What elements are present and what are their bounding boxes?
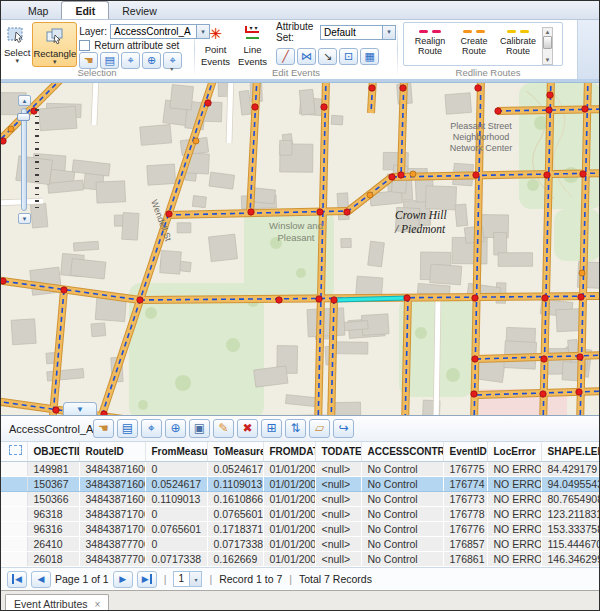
point-event-marker[interactable] [400,85,406,91]
table-cell[interactable]: 150366 [27,491,79,506]
column-header-tomeasure[interactable]: ToMeasure [207,442,263,461]
table-cell[interactable]: 0.1109013 [145,491,207,506]
street[interactable] [436,301,438,415]
table-cell[interactable]: 150367 [27,476,79,491]
save-edits-button[interactable]: ▣ [189,419,210,438]
table-cell[interactable]: NO ERROR [487,491,541,506]
table-cell[interactable]: 80.7654908 [541,491,599,506]
point-event-marker[interactable] [546,107,552,113]
point-event-marker[interactable] [389,174,395,180]
point-event-marker[interactable] [369,85,375,91]
table-cell[interactable]: 84.429179 [541,461,599,476]
table-cell[interactable]: 176773 [443,491,487,506]
table-cell[interactable]: 146.3462991 [541,551,599,566]
point-event-marker[interactable] [248,209,254,215]
table-cell[interactable]: 176778 [443,506,487,521]
point-events-button[interactable]: ✳ Point Events [198,22,233,67]
point-event-marker[interactable] [578,294,584,300]
table-cell[interactable]: 96316 [27,521,79,536]
pan-to-selected-button[interactable]: ⊕ [165,419,186,438]
column-header-frommeasure[interactable]: FromMeasure [145,442,207,461]
attribute-grid[interactable]: OBJECTIDRouteIDFromMeasureToMeasureFROMD… [1,442,599,567]
map-zoom-slider[interactable]: ▲ ▼ [16,95,46,227]
point-event-marker[interactable] [1,138,6,144]
select-tool-button[interactable]: Select ▾ [4,22,30,67]
row-selector[interactable] [1,506,27,521]
column-header-fromdate[interactable]: FROMDATE [263,442,315,461]
selection-list-button[interactable]: ▤ [100,52,119,69]
table-cell[interactable]: 34843877700 [79,536,145,551]
zoom-slider-thumb[interactable] [17,113,30,121]
street[interactable] [94,83,96,125]
merge-events-button[interactable]: ⋈ [297,48,316,65]
table-cell[interactable]: 34843871700 [79,506,145,521]
table-cell[interactable]: 94.0495543 [541,476,599,491]
table-cell[interactable]: 0.1718371 [207,521,263,536]
point-event-marker[interactable] [101,411,107,415]
table-cell[interactable]: 26410 [27,536,79,551]
redline-route-button[interactable]: Realign Route [408,27,452,56]
delete-records-button[interactable]: ✖ [237,419,258,438]
table-row[interactable]: 96316348438717000.07656010.171837101/01/… [1,521,599,536]
table-cell[interactable]: 0 [145,536,207,551]
row-selector[interactable] [1,476,27,491]
rectangle-tool-button[interactable]: Rectangle ▾ [32,22,77,67]
table-cell[interactable]: 0.0524617 [207,461,263,476]
table-cell[interactable]: NO ERROR [487,506,541,521]
show-selected-button[interactable]: ▤ [117,419,138,438]
point-event-marker[interactable] [331,297,337,303]
point-event-marker[interactable] [166,211,172,217]
table-cell[interactable]: 149981 [27,461,79,476]
split-event-button[interactable]: ╱ [276,48,295,65]
table-cell[interactable]: <null> [315,476,361,491]
redline-route-button[interactable]: Create Route [452,27,496,56]
column-header-todate[interactable]: TODATE [315,442,361,461]
point-event-marker[interactable] [580,171,586,177]
table-cell[interactable]: 01/01/2004 [263,551,315,566]
point-event-marker-orange[interactable] [410,171,416,177]
column-header-eventid[interactable]: EventID [443,442,487,461]
table-cell[interactable]: 0 [145,461,207,476]
table-cell[interactable]: <null> [315,536,361,551]
table-row[interactable]: 150366348438716000.11090130.161086601/01… [1,491,599,506]
table-cell[interactable]: 176774 [443,476,487,491]
table-cell[interactable]: <null> [315,491,361,506]
point-event-marker-orange[interactable] [193,138,199,144]
table-cell[interactable]: <null> [315,461,361,476]
point-event-marker[interactable] [472,356,478,362]
point-event-marker[interactable] [582,106,588,112]
point-event-marker[interactable] [205,100,211,106]
table-cell[interactable]: 0.1109013 [207,476,263,491]
table-cell[interactable]: 0.162669 [207,551,263,566]
table-cell[interactable]: NO ERROR [487,551,541,566]
map-canvas[interactable]: Wendell StWinslow andPleasantCrown Hill/… [1,83,599,415]
last-page-button[interactable]: ▶ [137,571,157,588]
row-selector-header[interactable] [1,442,27,461]
point-event-marker[interactable] [542,295,548,301]
event-grid-button[interactable]: ▦ [360,48,379,65]
table-cell[interactable]: 01/01/2004 [263,521,315,536]
point-event-marker[interactable] [317,209,323,215]
table-cell[interactable]: 34843871600 [79,491,145,506]
select-event-button[interactable]: ↘ [318,48,337,65]
table-cell[interactable]: 153.3337589 [541,521,599,536]
table-cell[interactable]: 26018 [27,551,79,566]
map-view[interactable]: Wendell StWinslow andPleasantCrown Hill/… [1,82,599,415]
table-cell[interactable]: 115.4446704 [541,536,599,551]
table-cell[interactable]: NO ERROR [487,536,541,551]
tab-edit[interactable]: Edit [61,1,109,19]
table-row[interactable]: 963183484387170000.076560101/01/2004<nul… [1,506,599,521]
point-event-marker[interactable] [540,391,546,397]
open-table-button[interactable]: ▱ [309,419,330,438]
point-event-marker[interactable] [473,172,479,178]
point-event-marker[interactable] [276,297,282,303]
point-event-marker[interactable] [404,295,410,301]
edit-records-button[interactable]: ✎ [213,419,234,438]
table-cell[interactable]: 0.0717338 [207,536,263,551]
table-cell[interactable]: 01/01/2004 [263,536,315,551]
point-event-marker[interactable] [61,287,67,293]
table-cell[interactable]: 176775 [443,461,487,476]
row-selector[interactable] [1,551,27,566]
event-window-button[interactable]: ⊡ [339,48,358,65]
table-cell[interactable]: 0.0765601 [207,506,263,521]
